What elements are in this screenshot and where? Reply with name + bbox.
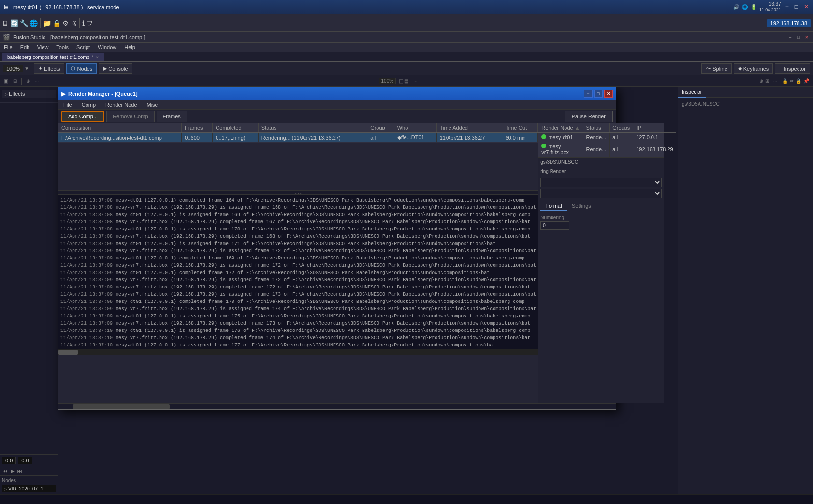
ql-icon-7[interactable]: ⚙ [62, 19, 69, 27]
menu-help[interactable]: Help [120, 42, 139, 53]
inspector-tab-format[interactable]: Format [540, 202, 567, 211]
wt-vi-1[interactable]: ◫ [399, 78, 403, 84]
dialog-minimize-btn[interactable]: − [584, 90, 593, 98]
wt-i3[interactable]: 🔒 [796, 78, 801, 84]
zoom-icon: ▼ [24, 66, 29, 71]
log-scrollbar[interactable] [58, 349, 538, 355]
dialog-menu-comp[interactable]: Comp [77, 100, 101, 110]
inspector-select1[interactable] [540, 178, 662, 187]
numbering-input[interactable] [540, 221, 569, 230]
inspector-select2[interactable] [540, 189, 662, 198]
inspector-tab-settings[interactable]: Settings [567, 202, 596, 211]
render-node-row[interactable]: mesy-dt01 Rende... all 127.0.0.1 [538, 132, 676, 142]
wt-more2[interactable]: ··· [411, 78, 419, 84]
col-time-out: Time Out [502, 123, 538, 132]
log-line: 11/Apr/21 13:37:09 mesy-vr7.fritz.box (1… [60, 247, 536, 255]
dialog-close-btn[interactable]: ✕ [604, 90, 613, 98]
effects-icon: ✦ [38, 65, 43, 72]
rn-col-groups: Groups [610, 123, 633, 132]
fusion-titlebar: 🎬 Fusion Studio - [babelsberg-compositio… [0, 32, 813, 43]
tray-icon-2: 🌐 [742, 4, 748, 10]
dialog-hscroll-thumb[interactable] [73, 404, 170, 409]
ql-icon-10[interactable]: 🛡 [86, 19, 93, 27]
right-panel-tabs: Inspector [678, 87, 813, 98]
log-line: 11/Apr/21 13:37:10 mesy-vr7.fritz.box (1… [60, 334, 536, 342]
inspector-ring-render: ring Render [540, 169, 662, 174]
render-node-row[interactable]: mesy-vr7.fritz.box Rende... all 192.168.… [538, 142, 676, 157]
nodes-btn[interactable]: ⬡ Nodes [66, 63, 97, 74]
wt-view-icon[interactable]: ▣ [2, 78, 10, 84]
wt-nav-icon2[interactable]: ⊕ [759, 78, 763, 84]
wt-grid-icon[interactable]: ⊞ [11, 78, 19, 84]
menu-script[interactable]: Script [73, 42, 94, 53]
win-maximize[interactable]: □ [793, 3, 799, 10]
wt-grid-icon2[interactable]: ⊞ [765, 78, 769, 84]
comp-tab-active[interactable]: babelsberg-composition-test-dt1.comp * ✕ [2, 53, 104, 61]
log-line: 11/Apr/21 13:37:09 mesy-vr7.fritz.box (1… [60, 305, 536, 313]
spline-btn[interactable]: 〜 Spline [701, 63, 732, 74]
inspector-btn[interactable]: ≡ Inspector [775, 63, 810, 74]
zoom-value[interactable]: 100% [3, 65, 23, 72]
fusion-max-btn[interactable]: □ [795, 34, 802, 41]
add-comp-button[interactable]: Add Comp... [61, 111, 104, 122]
wt-nav-icon[interactable]: ⊕ [24, 78, 32, 84]
ql-icon-3[interactable]: 🔧 [20, 19, 28, 27]
log-line: 11/Apr/21 13:37:09 mesy-vr7.fritz.box (1… [60, 262, 536, 269]
pause-render-button[interactable]: Pause Render [565, 111, 613, 122]
dialog-controls: − □ ✕ [584, 90, 613, 98]
rpt-inspector[interactable]: Inspector [678, 87, 706, 98]
win-close[interactable]: ✕ [802, 3, 810, 10]
log-line: 11/Apr/21 13:37:09 mesy-dt01 (127.0.0.1)… [60, 255, 536, 262]
ql-icon-9[interactable]: ℹ [82, 19, 85, 27]
transport-rew[interactable]: ⏮ [2, 467, 9, 475]
dialog-main: Composition Frames Completed Status Grou… [58, 123, 538, 403]
menu-tools[interactable]: Tools [52, 42, 73, 53]
win-minimize[interactable]: − [784, 3, 790, 10]
effects-btn[interactable]: ✦ Effects [34, 63, 64, 74]
console-btn[interactable]: ▶ Console [99, 63, 132, 74]
dialog-menu-file[interactable]: File [58, 100, 77, 110]
log-scroll-thumb[interactable] [58, 350, 78, 355]
rn-header-row: Render Node ▲ Status Groups IP [538, 123, 676, 132]
node-item[interactable]: ▷ VID_2020_07_1... [2, 485, 56, 492]
wt-i1[interactable]: 🔒 [782, 78, 788, 84]
nodes-label: Nodes [2, 478, 56, 483]
ql-icon-5[interactable]: 📁 [43, 19, 51, 27]
fusion-title-text: Fusion Studio - [babelsberg-composition-… [13, 34, 145, 40]
comp-tab-close-icon[interactable]: ✕ [95, 55, 99, 60]
wt-more-icon3[interactable]: ··· [773, 78, 777, 84]
ql-sep [40, 18, 41, 28]
numbering-label: Numbering [540, 215, 662, 220]
transport-play[interactable]: ▶ [10, 467, 15, 475]
wt-i2[interactable]: ✏ [790, 78, 794, 84]
log-line: 11/Apr/21 13:37:08 mesy-vr7.fritz.box (1… [60, 204, 536, 211]
effects-section: ▷ Effects [0, 87, 58, 103]
dialog-hscrollbar[interactable] [58, 403, 616, 409]
wt-vi-2[interactable]: ▤ [404, 78, 408, 84]
render-manager-dialog[interactable]: ▶ Render Manager - [Queue1] − □ ✕ File C… [58, 87, 616, 410]
ql-icon-4[interactable]: 🌐 [29, 19, 38, 27]
menu-edit[interactable]: Edit [16, 42, 33, 53]
remove-comp-button[interactable]: Remove Comp [106, 111, 154, 122]
ql-icon-8[interactable]: 🖨 [70, 19, 77, 27]
fusion-close-btn[interactable]: ✕ [803, 34, 810, 41]
log-line: 11/Apr/21 13:37:09 mesy-dt01 (127.0.0.1)… [60, 298, 536, 305]
menu-view[interactable]: View [33, 42, 53, 53]
transport-fwd[interactable]: ⏭ [16, 467, 23, 475]
wt-zoom2[interactable]: 100% [379, 78, 396, 84]
wt-i4[interactable]: 📌 [803, 78, 809, 84]
table-row[interactable]: F:\Archive\Recording...sition-test-dt1.c… [58, 132, 538, 143]
wt-more-icon[interactable]: ··· [33, 78, 41, 84]
fusion-min-btn[interactable]: − [787, 34, 794, 41]
dialog-menu-render-node[interactable]: Render Node [101, 100, 142, 110]
ql-icon-1[interactable]: 🖥 [2, 19, 9, 27]
keyframes-btn[interactable]: ◆ Keyframes [734, 63, 773, 74]
dialog-menu-misc[interactable]: Misc [142, 100, 163, 110]
menu-window[interactable]: Window [94, 42, 120, 53]
ql-icon-2[interactable]: 🔄 [10, 19, 18, 27]
col-status: Status [258, 123, 367, 132]
dialog-maximize-btn[interactable]: □ [594, 90, 603, 98]
menu-file[interactable]: File [0, 42, 16, 53]
frames-button[interactable]: Frames [157, 111, 187, 122]
ql-icon-6[interactable]: 🔒 [53, 19, 61, 27]
